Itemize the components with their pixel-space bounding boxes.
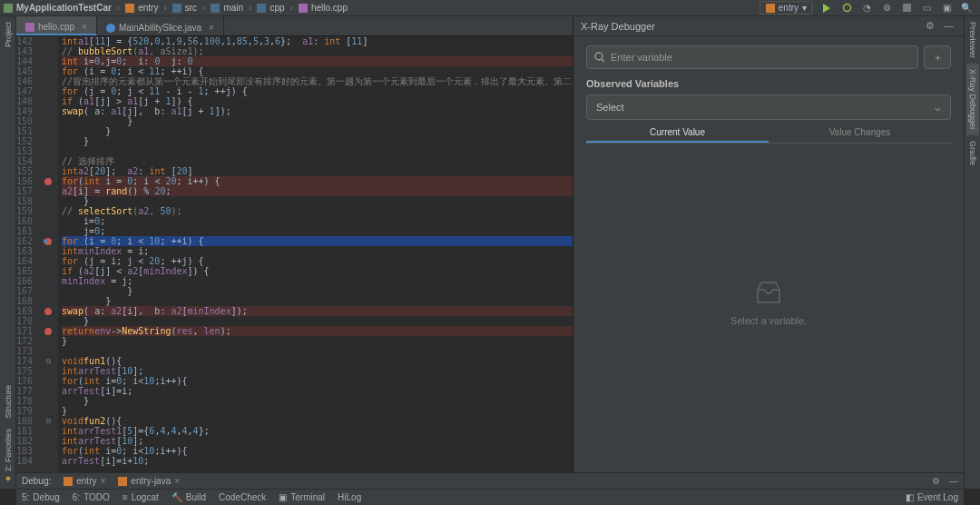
- code-line[interactable]: }: [62, 296, 573, 306]
- code-line[interactable]: for(int i=0; i<10;i++){: [62, 446, 573, 456]
- bottom-tab-terminal[interactable]: ▣ Terminal: [279, 492, 325, 502]
- code-area[interactable]: 1421431441451461471481491501511521531541…: [16, 36, 573, 472]
- code-line[interactable]: int i=0,j=0; i: 0 j: 0: [62, 56, 573, 66]
- code-line[interactable]: int minIndex = i;: [62, 246, 573, 256]
- svg-marker-7: [823, 4, 830, 13]
- fold-icon[interactable]: ⊟: [46, 416, 51, 426]
- bottom-tab-todo[interactable]: 6: TODO: [73, 492, 110, 502]
- fold-icon[interactable]: ⊟: [46, 356, 51, 366]
- code-line[interactable]: //冒泡排序的元素都从第一个元素开始到尾部没有排序好的元素。第一趟为第一个元素到…: [62, 76, 573, 86]
- sync-button[interactable]: ▭: [918, 1, 935, 15]
- code-line[interactable]: int arrTest[10];: [62, 436, 573, 446]
- code-line[interactable]: }: [62, 126, 573, 136]
- code-line[interactable]: int arrTest[10];: [62, 366, 573, 376]
- code-line[interactable]: for (j = i; j < 20; ++j) {: [62, 256, 573, 266]
- code-line[interactable]: // selectSort(a2, 50);: [62, 206, 573, 216]
- code-line[interactable]: }: [62, 316, 573, 326]
- run-config-label: entry: [779, 3, 799, 13]
- bottom-tab-build[interactable]: 🔨 Build: [172, 492, 206, 502]
- svg-point-11: [106, 24, 115, 33]
- code-line[interactable]: int arrTest1[5]={6,4,4,4,4};: [62, 426, 573, 436]
- variable-select[interactable]: Select ⌵: [586, 94, 951, 120]
- variable-search-input[interactable]: Enter variable: [586, 45, 918, 69]
- code-line[interactable]: swap( a: a1[j], b: a1[j + 1]);: [62, 106, 573, 116]
- code-line[interactable]: }: [62, 116, 573, 126]
- code-line[interactable]: minIndex = j;: [62, 276, 573, 286]
- code-line[interactable]: void fun2(){: [62, 416, 573, 426]
- close-icon[interactable]: ×: [82, 22, 87, 32]
- bottom-tab-hilog[interactable]: HiLog: [338, 492, 361, 502]
- svg-rect-14: [64, 477, 73, 486]
- debug-session-bar: Debug: entry × entry-java × ⚙ —: [16, 472, 964, 489]
- left-tab-favorites[interactable]: ★ 2: Favorites: [2, 423, 15, 489]
- debug-session-entry[interactable]: entry ×: [64, 476, 105, 486]
- gear-icon[interactable]: ⚙: [932, 476, 940, 486]
- debug-sessions-label: Debug:: [22, 476, 51, 486]
- subtab-current-value[interactable]: Current Value: [586, 122, 769, 143]
- code-line[interactable]: if (a1[j] > a1[j + 1]) {: [62, 96, 573, 106]
- code-line[interactable]: for(int i = 0; i < 20; i++) {: [62, 176, 573, 186]
- run-config-selector[interactable]: entry ▾: [760, 1, 813, 15]
- minimize-icon[interactable]: —: [949, 476, 958, 486]
- left-tab-project[interactable]: Project: [2, 16, 15, 53]
- breakpoint-icon[interactable]: [44, 178, 52, 185]
- code-line[interactable]: j=0;: [62, 226, 573, 236]
- debug-button[interactable]: [838, 1, 855, 15]
- stop-button[interactable]: [898, 1, 915, 15]
- code-line[interactable]: // bubbleSort(a1, aSize1);: [62, 46, 573, 56]
- svg-point-8: [843, 5, 850, 12]
- coverage-button[interactable]: ◔: [858, 1, 875, 15]
- left-tab-structure[interactable]: Structure: [2, 380, 15, 424]
- bottom-tab-logcat[interactable]: ≡ Logcat: [122, 492, 159, 502]
- right-tab-gradle[interactable]: Gradle: [966, 135, 979, 171]
- code-line[interactable]: arrTest[i]=i+10;: [62, 456, 573, 466]
- inbox-icon: [754, 281, 783, 306]
- code-line[interactable]: }: [62, 136, 573, 146]
- minimize-icon[interactable]: —: [944, 20, 956, 33]
- code-line[interactable]: // 选择排序: [62, 156, 573, 166]
- editor-tab-hello[interactable]: hello.cpp ×: [16, 16, 97, 35]
- code-line[interactable]: }: [62, 336, 573, 346]
- event-log-button[interactable]: ◧ Event Log: [906, 492, 958, 502]
- code-editor: hello.cpp × MainAbilitySlice.java × 1421…: [16, 16, 573, 472]
- code-line[interactable]: return env->NewString(res, len);: [62, 326, 573, 336]
- panel-title: X-Ray Debugger: [581, 21, 655, 32]
- gear-icon[interactable]: ⚙: [926, 20, 938, 33]
- code-line[interactable]: for(int i=0; i<10;i++){: [62, 376, 573, 386]
- breadcrumb[interactable]: MyApplicationTestCar › entry › src › mai…: [4, 3, 348, 13]
- code-line[interactable]: }: [62, 196, 573, 206]
- code-line[interactable]: int a2[20]; a2: int [20]: [62, 166, 573, 176]
- code-line[interactable]: arrTest[i]=i;: [62, 386, 573, 396]
- code-line[interactable]: for (i = 0; i < 11; ++i) {: [62, 66, 573, 76]
- code-line[interactable]: [62, 146, 573, 156]
- observed-variables-header: Observed Variables: [586, 78, 951, 89]
- right-tab-previewer[interactable]: Previewer: [966, 16, 979, 64]
- code-line[interactable]: }: [62, 286, 573, 296]
- code-line[interactable]: [62, 346, 573, 356]
- subtab-value-changes[interactable]: Value Changes: [769, 122, 951, 143]
- right-tab-xray-debugger[interactable]: X-Ray Debugger: [966, 64, 979, 135]
- code-line[interactable]: for (j = 0; j < 11 - i - 1; ++j) {: [62, 86, 573, 96]
- bottom-tab-debug[interactable]: 5: Debug: [22, 492, 60, 502]
- search-everywhere-button[interactable]: 🔍: [958, 1, 975, 15]
- add-variable-button[interactable]: ＋: [924, 45, 951, 69]
- breakpoint-icon[interactable]: [44, 308, 52, 315]
- code-line[interactable]: for (i = 0; i < 10; ++i) {: [62, 236, 573, 246]
- code-line[interactable]: a2[i] = rand() % 20;: [62, 186, 573, 196]
- code-line[interactable]: }: [62, 396, 573, 406]
- code-line[interactable]: if (a2[j] < a2[minIndex]) {: [62, 266, 573, 276]
- run-button[interactable]: [818, 1, 835, 15]
- breadcrumb-project: MyApplicationTestCar: [16, 3, 112, 13]
- code-line[interactable]: }: [62, 406, 573, 416]
- code-line[interactable]: void fun1(){: [62, 356, 573, 366]
- bottom-tab-codecheck[interactable]: CodeCheck: [219, 492, 266, 502]
- code-line[interactable]: swap( a: a2[i], b: a2[minIndex]);: [62, 306, 573, 316]
- editor-tab-slice[interactable]: MainAbilitySlice.java ×: [97, 16, 224, 35]
- code-line[interactable]: i=0;: [62, 216, 573, 226]
- profile-button[interactable]: ⚙: [878, 1, 895, 15]
- device-manager-button[interactable]: ▣: [938, 1, 955, 15]
- code-line[interactable]: int a1[11] = {520,0,1,9,56,100,1,85,5,3,…: [62, 36, 573, 46]
- close-icon[interactable]: ×: [209, 23, 214, 33]
- breakpoint-icon[interactable]: [44, 328, 52, 335]
- debug-session-entry-java[interactable]: entry-java ×: [118, 476, 180, 486]
